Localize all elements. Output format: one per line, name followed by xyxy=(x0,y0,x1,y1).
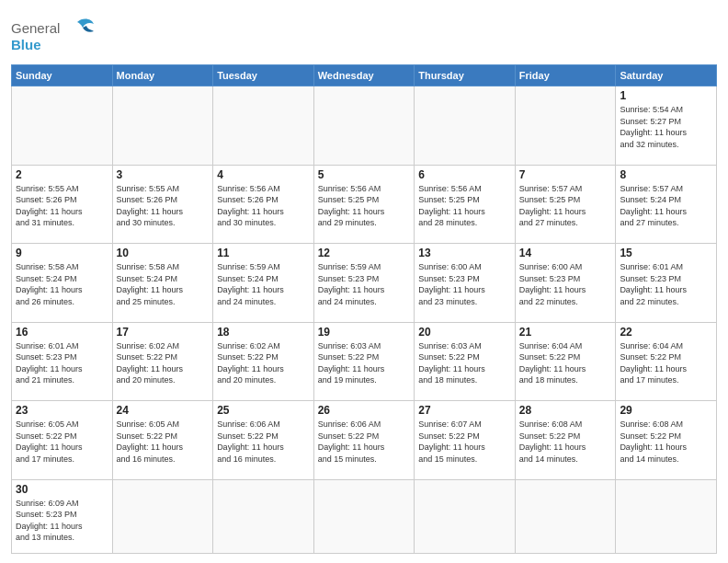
day-info: Sunrise: 5:54 AM Sunset: 5:27 PM Dayligh… xyxy=(620,104,712,150)
calendar-cell: 22Sunrise: 6:04 AM Sunset: 5:22 PM Dayli… xyxy=(616,322,717,401)
day-info: Sunrise: 5:56 AM Sunset: 5:26 PM Dayligh… xyxy=(217,183,310,229)
day-number: 2 xyxy=(16,168,108,181)
day-info: Sunrise: 5:58 AM Sunset: 5:24 PM Dayligh… xyxy=(16,261,108,307)
calendar-cell xyxy=(313,479,415,554)
day-number: 14 xyxy=(519,247,612,259)
day-info: Sunrise: 6:02 AM Sunset: 5:22 PM Dayligh… xyxy=(217,340,310,386)
day-number: 20 xyxy=(418,326,511,339)
day-info: Sunrise: 6:04 AM Sunset: 5:22 PM Dayligh… xyxy=(620,340,712,386)
day-info: Sunrise: 6:07 AM Sunset: 5:22 PM Dayligh… xyxy=(418,419,511,465)
day-info: Sunrise: 5:55 AM Sunset: 5:26 PM Dayligh… xyxy=(117,183,210,229)
day-number: 10 xyxy=(117,247,210,259)
day-info: Sunrise: 5:56 AM Sunset: 5:25 PM Dayligh… xyxy=(418,183,511,229)
day-number: 13 xyxy=(418,247,511,259)
day-number: 11 xyxy=(217,247,310,259)
day-info: Sunrise: 6:03 AM Sunset: 5:22 PM Dayligh… xyxy=(418,340,511,386)
page: General Blue SundayMondayTuesdayWednesda… xyxy=(0,0,728,563)
calendar-cell: 30Sunrise: 6:09 AM Sunset: 5:23 PM Dayli… xyxy=(12,479,113,554)
calendar-cell: 7Sunrise: 5:57 AM Sunset: 5:25 PM Daylig… xyxy=(515,165,616,244)
calendar-cell: 28Sunrise: 6:08 AM Sunset: 5:22 PM Dayli… xyxy=(515,401,616,480)
calendar-cell: 21Sunrise: 6:04 AM Sunset: 5:22 PM Dayli… xyxy=(515,322,616,401)
calendar-table: SundayMondayTuesdayWednesdayThursdayFrid… xyxy=(11,64,717,554)
day-number: 22 xyxy=(620,326,712,339)
day-info: Sunrise: 5:59 AM Sunset: 5:23 PM Dayligh… xyxy=(318,261,411,307)
calendar-cell: 12Sunrise: 5:59 AM Sunset: 5:23 PM Dayli… xyxy=(313,244,415,323)
calendar-cell xyxy=(415,86,516,166)
week-row-6: 30Sunrise: 6:09 AM Sunset: 5:23 PM Dayli… xyxy=(12,479,717,554)
calendar-cell: 24Sunrise: 6:05 AM Sunset: 5:22 PM Dayli… xyxy=(112,401,213,480)
day-info: Sunrise: 6:02 AM Sunset: 5:22 PM Dayligh… xyxy=(117,340,210,386)
calendar-cell: 18Sunrise: 6:02 AM Sunset: 5:22 PM Dayli… xyxy=(213,322,314,401)
day-info: Sunrise: 6:06 AM Sunset: 5:22 PM Dayligh… xyxy=(318,419,411,465)
calendar-cell xyxy=(213,479,314,554)
calendar-cell: 29Sunrise: 6:08 AM Sunset: 5:22 PM Dayli… xyxy=(616,401,717,480)
day-info: Sunrise: 6:01 AM Sunset: 5:23 PM Dayligh… xyxy=(620,261,712,307)
day-number: 30 xyxy=(16,483,108,496)
day-info: Sunrise: 6:06 AM Sunset: 5:22 PM Dayligh… xyxy=(217,419,310,465)
day-number: 29 xyxy=(620,404,712,417)
calendar-cell: 26Sunrise: 6:06 AM Sunset: 5:22 PM Dayli… xyxy=(313,401,415,480)
day-number: 16 xyxy=(16,326,108,339)
day-info: Sunrise: 6:08 AM Sunset: 5:22 PM Dayligh… xyxy=(620,419,712,465)
day-number: 3 xyxy=(117,168,210,181)
calendar-cell xyxy=(112,479,213,554)
day-info: Sunrise: 5:57 AM Sunset: 5:25 PM Dayligh… xyxy=(519,183,612,229)
day-number: 28 xyxy=(519,404,612,417)
calendar-cell: 19Sunrise: 6:03 AM Sunset: 5:22 PM Dayli… xyxy=(313,322,415,401)
day-number: 9 xyxy=(16,247,108,259)
day-number: 8 xyxy=(620,168,712,181)
calendar-cell: 17Sunrise: 6:02 AM Sunset: 5:22 PM Dayli… xyxy=(112,322,213,401)
calendar-cell xyxy=(112,86,213,166)
week-row-4: 16Sunrise: 6:01 AM Sunset: 5:23 PM Dayli… xyxy=(12,322,717,401)
calendar-cell: 16Sunrise: 6:01 AM Sunset: 5:23 PM Dayli… xyxy=(12,322,113,401)
calendar-cell: 9Sunrise: 5:58 AM Sunset: 5:24 PM Daylig… xyxy=(12,244,113,323)
calendar-cell xyxy=(616,479,717,554)
calendar-cell xyxy=(313,86,415,166)
day-info: Sunrise: 6:09 AM Sunset: 5:23 PM Dayligh… xyxy=(16,498,108,544)
weekday-header-monday: Monday xyxy=(112,65,213,86)
week-row-5: 23Sunrise: 6:05 AM Sunset: 5:22 PM Dayli… xyxy=(12,401,717,480)
weekday-header-wednesday: Wednesday xyxy=(313,65,415,86)
day-number: 27 xyxy=(418,404,511,417)
calendar-cell: 27Sunrise: 6:07 AM Sunset: 5:22 PM Dayli… xyxy=(415,401,516,480)
weekday-header-sunday: Sunday xyxy=(12,65,113,86)
calendar-cell: 23Sunrise: 6:05 AM Sunset: 5:22 PM Dayli… xyxy=(12,401,113,480)
calendar-cell: 1Sunrise: 5:54 AM Sunset: 5:27 PM Daylig… xyxy=(616,86,717,166)
day-info: Sunrise: 5:55 AM Sunset: 5:26 PM Dayligh… xyxy=(16,183,108,229)
calendar-cell: 15Sunrise: 6:01 AM Sunset: 5:23 PM Dayli… xyxy=(616,244,717,323)
day-number: 15 xyxy=(620,247,712,259)
day-number: 5 xyxy=(318,168,411,181)
week-row-2: 2Sunrise: 5:55 AM Sunset: 5:26 PM Daylig… xyxy=(12,165,717,244)
day-info: Sunrise: 5:59 AM Sunset: 5:24 PM Dayligh… xyxy=(217,261,310,307)
calendar-cell xyxy=(515,479,616,554)
day-number: 7 xyxy=(519,168,612,181)
day-number: 6 xyxy=(418,168,511,181)
calendar-cell: 11Sunrise: 5:59 AM Sunset: 5:24 PM Dayli… xyxy=(213,244,314,323)
day-number: 4 xyxy=(217,168,310,181)
day-number: 17 xyxy=(117,326,210,339)
day-info: Sunrise: 6:05 AM Sunset: 5:22 PM Dayligh… xyxy=(117,419,210,465)
calendar-cell: 3Sunrise: 5:55 AM Sunset: 5:26 PM Daylig… xyxy=(112,165,213,244)
day-info: Sunrise: 5:58 AM Sunset: 5:24 PM Dayligh… xyxy=(117,261,210,307)
calendar-cell: 2Sunrise: 5:55 AM Sunset: 5:26 PM Daylig… xyxy=(12,165,113,244)
day-number: 25 xyxy=(217,404,310,417)
day-info: Sunrise: 6:01 AM Sunset: 5:23 PM Dayligh… xyxy=(16,340,108,386)
day-number: 26 xyxy=(318,404,411,417)
logo: General Blue xyxy=(11,15,103,59)
day-info: Sunrise: 6:00 AM Sunset: 5:23 PM Dayligh… xyxy=(418,261,511,307)
calendar-cell: 8Sunrise: 5:57 AM Sunset: 5:24 PM Daylig… xyxy=(616,165,717,244)
weekday-header-row: SundayMondayTuesdayWednesdayThursdayFrid… xyxy=(12,65,717,86)
day-info: Sunrise: 6:03 AM Sunset: 5:22 PM Dayligh… xyxy=(318,340,411,386)
calendar-cell xyxy=(213,86,314,166)
calendar-cell: 10Sunrise: 5:58 AM Sunset: 5:24 PM Dayli… xyxy=(112,244,213,323)
day-number: 21 xyxy=(519,326,612,339)
calendar-cell xyxy=(12,86,113,166)
week-row-3: 9Sunrise: 5:58 AM Sunset: 5:24 PM Daylig… xyxy=(12,244,717,323)
day-number: 24 xyxy=(117,404,210,417)
weekday-header-saturday: Saturday xyxy=(616,65,717,86)
calendar-cell xyxy=(515,86,616,166)
calendar-cell: 20Sunrise: 6:03 AM Sunset: 5:22 PM Dayli… xyxy=(415,322,516,401)
calendar-cell: 5Sunrise: 5:56 AM Sunset: 5:25 PM Daylig… xyxy=(313,165,415,244)
header: General Blue xyxy=(11,9,717,59)
day-number: 18 xyxy=(217,326,310,339)
